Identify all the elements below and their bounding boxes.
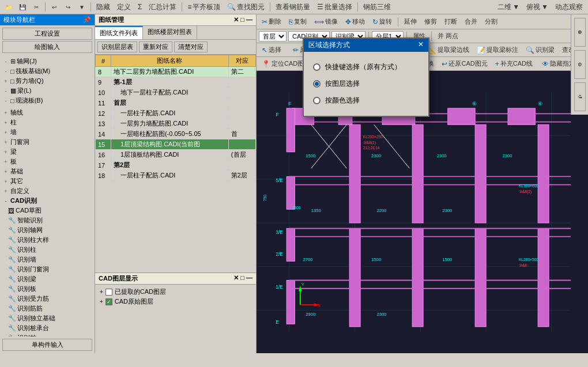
- two-point-btn[interactable]: 并 两点: [435, 31, 461, 41]
- hide-btn[interactable]: 隐藏: [93, 1, 113, 13]
- option-by-color[interactable]: 按颜色选择: [313, 92, 419, 109]
- tree-item-id-wall[interactable]: 🔧 识别墙: [1, 255, 93, 264]
- table-row-selected[interactable]: 15 1层顶梁结构图.CADI(当前图: [96, 139, 256, 150]
- tree-item-id-pile[interactable]: 🔧 识别桩: [1, 333, 93, 336]
- radio-shortcut[interactable]: [313, 63, 321, 71]
- option-by-layer[interactable]: 按图层选择: [313, 75, 419, 92]
- table-row[interactable]: 17 第2层: [96, 160, 256, 171]
- table-row[interactable]: 16 1层顶板结构图.CADI (首层: [96, 150, 256, 160]
- dropdown-icon[interactable]: ▼: [76, 1, 88, 13]
- define-btn[interactable]: 定义: [114, 1, 134, 13]
- table-row[interactable]: 12 一层柱子配筋.CADI: [96, 108, 256, 119]
- tab-file-list[interactable]: 图纸文件列表: [95, 26, 143, 39]
- tree-item-raft[interactable]: - □ 筏板基础(M): [1, 66, 93, 76]
- tree-item-id-rebar[interactable]: 🔧 识别受力筋: [1, 294, 93, 304]
- draw-input-btn[interactable]: 绘图输入: [2, 41, 92, 53]
- sigma-btn[interactable]: Σ: [135, 2, 145, 12]
- tree-item-id-col[interactable]: 🔧 识别柱: [1, 245, 93, 255]
- tree-item-id-grid[interactable]: 🔧 识别轴网: [1, 225, 93, 235]
- single-component-btn[interactable]: 单构件输入: [2, 339, 92, 351]
- restore-cad-btn[interactable]: ↩还原CAD图元: [439, 58, 490, 69]
- view-steel-btn[interactable]: 查看钢筋量: [273, 1, 313, 13]
- tree-item-custom[interactable]: + 自定义: [1, 186, 93, 196]
- undo-icon[interactable]: ↩: [48, 1, 61, 13]
- locate-cad-btn[interactable]: 📍定位CAD图: [259, 58, 307, 69]
- tree-item-id-stirrup[interactable]: 🔧 识别筋筋: [1, 304, 93, 313]
- copy-btn[interactable]: ⎘复制: [286, 16, 310, 27]
- tree-item-smart-id[interactable]: 🔧 智能识别: [1, 215, 93, 225]
- tab-floor-map[interactable]: 图纸楼层对照表: [143, 26, 197, 39]
- tree-item-grid[interactable]: - ⊞ 轴网(J): [1, 56, 93, 66]
- tree-item-door[interactable]: + 门窗洞: [1, 137, 93, 147]
- mirror-btn[interactable]: ⟺镜像: [311, 16, 341, 27]
- find-elem-btn[interactable]: 🔍查找图元: [224, 1, 267, 13]
- cut-icon[interactable]: ✂: [30, 1, 43, 13]
- tree-item-col[interactable]: + 柱: [1, 118, 93, 127]
- table-row[interactable]: 11 首层: [96, 98, 256, 108]
- split-btn[interactable]: 分割: [482, 16, 500, 27]
- tree-item-beam[interactable]: - ▦ 梁(L): [1, 86, 93, 96]
- right-panel-btn-3[interactable]: ↺: [574, 82, 586, 111]
- tree-item-other[interactable]: + 其它: [1, 176, 93, 186]
- table-row[interactable]: 18 一层柱子配筋.CADI 第2层: [96, 171, 256, 181]
- break-btn[interactable]: 打断: [442, 16, 460, 27]
- merge-btn[interactable]: 合并: [462, 16, 480, 27]
- steel3d-btn[interactable]: 钢筋三维: [360, 1, 394, 13]
- tree-item-id-slab[interactable]: 🔧 识别板: [1, 284, 93, 294]
- right-panel-btn-1[interactable]: ⊕: [574, 18, 586, 47]
- layer-check-2[interactable]: ✓: [105, 298, 112, 305]
- modal-close-btn[interactable]: ✕: [418, 40, 424, 50]
- tree-item-id-beam[interactable]: 🔧 识别梁: [1, 274, 93, 284]
- id-beam-btn[interactable]: 🔍识别梁: [523, 44, 557, 55]
- table-row[interactable]: 13 一层剪力墙配筋图.CADI: [96, 119, 256, 129]
- table-row[interactable]: 8 地下二层剪力墙配筋图.CADI 第二: [96, 67, 256, 77]
- option-shortcut[interactable]: 快捷键选择（原有方式）: [313, 59, 419, 75]
- floorplan-btn[interactable]: ≡平齐板顶: [184, 1, 223, 13]
- top-view-btn[interactable]: 俯视▼: [523, 1, 551, 13]
- tree-item-id-col-detail[interactable]: 🔧 识别柱大样: [1, 235, 93, 245]
- summary-btn[interactable]: 汇总计算: [146, 1, 179, 13]
- panel-close-btn[interactable]: ✕ □ —: [233, 16, 252, 24]
- extract-edge-btn[interactable]: 📐提取梁边线: [425, 44, 472, 55]
- clear-map-btn[interactable]: 清楚对应: [174, 41, 208, 52]
- tree-item-wall[interactable]: + 墙: [1, 127, 93, 137]
- layer-item-original[interactable]: + ✓ CAD原始图层: [100, 297, 251, 307]
- sidebar-pin-icon[interactable]: 📌: [83, 16, 91, 24]
- layer-item-extracted[interactable]: + 已提取的CAD图层: [100, 287, 251, 297]
- tree-item-axis[interactable]: + 轴线: [1, 108, 93, 118]
- right-panel-btn-2[interactable]: ⊖: [574, 50, 586, 79]
- tree-item-id-door[interactable]: 🔧 识别门窗洞: [1, 264, 93, 274]
- extend-btn[interactable]: 延伸: [401, 16, 420, 27]
- radio-layer[interactable]: [313, 80, 321, 88]
- tree-item-cad[interactable]: - CAD识别: [1, 196, 93, 206]
- move-btn[interactable]: ✥移动: [342, 16, 368, 27]
- tree-item-shearwall[interactable]: + □ 剪力墙(Q): [1, 76, 93, 86]
- radio-color[interactable]: [313, 97, 321, 104]
- delete-btn[interactable]: ✂删除: [259, 16, 284, 27]
- tree-item-foundation[interactable]: + 基础: [1, 167, 93, 176]
- selection-mode-dialog[interactable]: 区域选择方式 ✕ 快捷键选择（原有方式） 按图层选择: [303, 37, 429, 117]
- rotate-btn[interactable]: ↻旋转: [370, 16, 395, 27]
- supplement-cad-btn[interactable]: +补充CAD线: [492, 58, 536, 69]
- extract-label-btn[interactable]: 📝提取梁标注: [474, 44, 521, 55]
- batch-sel-btn[interactable]: ☰批量选择: [314, 1, 355, 13]
- layer-check-1[interactable]: [105, 289, 112, 296]
- redo-icon[interactable]: ↪: [62, 1, 74, 13]
- save-icon[interactable]: 💾: [16, 1, 29, 13]
- table-row[interactable]: 9 第-1层: [96, 77, 256, 88]
- tree-item-beam2[interactable]: + 梁: [1, 147, 93, 157]
- table-row[interactable]: 14 一层暗柱配筋图(-0.050~5.05 首: [96, 129, 256, 139]
- select-btn[interactable]: ↖选择: [259, 44, 284, 55]
- tree-item-id-indep[interactable]: 🔧 识别独立基础: [1, 313, 93, 323]
- remap-btn[interactable]: 重新对应: [139, 41, 172, 52]
- dynamic-obs-btn[interactable]: 动态观察: [552, 1, 586, 13]
- tree-item-slab2[interactable]: + 板: [1, 157, 93, 167]
- tree-item-id-pile-cap[interactable]: 🔧 识别桩承台: [1, 323, 93, 333]
- 2d-view-btn[interactable]: 二维▼: [495, 1, 522, 13]
- open-icon[interactable]: 📁: [2, 1, 15, 13]
- trim-btn[interactable]: 修剪: [421, 16, 440, 27]
- tree-item-cad-sketch[interactable]: 🖼 CAD草图: [1, 206, 93, 215]
- floor-select[interactable]: 首层: [259, 31, 287, 41]
- tree-item-slab[interactable]: - □ 现浇板(B): [1, 96, 93, 105]
- cad-layers-close[interactable]: ✕ □ —: [233, 274, 252, 283]
